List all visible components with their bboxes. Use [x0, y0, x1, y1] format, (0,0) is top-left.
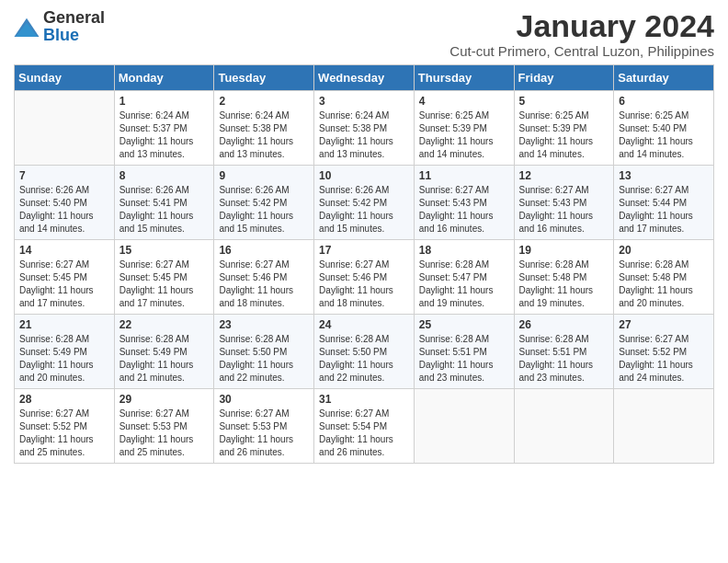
- calendar-cell: 27Sunrise: 6:27 AMSunset: 5:52 PMDayligh…: [614, 315, 714, 389]
- day-number: 12: [519, 169, 609, 182]
- day-number: 21: [19, 318, 109, 331]
- calendar-table: SundayMondayTuesdayWednesdayThursdayFrid…: [14, 64, 714, 464]
- calendar-cell: 10Sunrise: 6:26 AMSunset: 5:42 PMDayligh…: [314, 166, 415, 240]
- calendar-cell: 14Sunrise: 6:27 AMSunset: 5:45 PMDayligh…: [15, 240, 115, 315]
- day-info: Sunrise: 6:27 AMSunset: 5:44 PMDaylight:…: [619, 184, 709, 236]
- day-info: Sunrise: 6:28 AMSunset: 5:47 PMDaylight:…: [419, 259, 509, 310]
- calendar-cell: 5Sunrise: 6:25 AMSunset: 5:39 PMDaylight…: [514, 91, 614, 166]
- day-info: Sunrise: 6:26 AMSunset: 5:40 PMDaylight:…: [19, 184, 109, 236]
- day-number: 29: [119, 393, 210, 406]
- calendar-cell: 7Sunrise: 6:26 AMSunset: 5:40 PMDaylight…: [15, 166, 115, 240]
- calendar-cell: 20Sunrise: 6:28 AMSunset: 5:48 PMDayligh…: [614, 240, 714, 315]
- location-title: Cut-cut Primero, Central Luzon, Philippi…: [449, 43, 714, 59]
- calendar-cell: 15Sunrise: 6:27 AMSunset: 5:45 PMDayligh…: [114, 240, 214, 315]
- calendar-week-row: 7Sunrise: 6:26 AMSunset: 5:40 PMDaylight…: [15, 166, 714, 240]
- calendar-cell: 31Sunrise: 6:27 AMSunset: 5:54 PMDayligh…: [314, 389, 415, 464]
- day-info: Sunrise: 6:28 AMSunset: 5:49 PMDaylight:…: [19, 333, 109, 385]
- calendar-header-cell: Saturday: [614, 65, 714, 91]
- calendar-cell: [514, 389, 614, 464]
- day-info: Sunrise: 6:28 AMSunset: 5:48 PMDaylight:…: [619, 259, 709, 310]
- day-number: 26: [519, 318, 609, 331]
- calendar-cell: 24Sunrise: 6:28 AMSunset: 5:50 PMDayligh…: [314, 315, 415, 389]
- day-info: Sunrise: 6:24 AMSunset: 5:38 PMDaylight:…: [219, 109, 309, 161]
- day-number: 18: [419, 244, 509, 257]
- calendar-cell: 29Sunrise: 6:27 AMSunset: 5:53 PMDayligh…: [114, 389, 214, 464]
- day-info: Sunrise: 6:27 AMSunset: 5:53 PMDaylight:…: [219, 408, 309, 459]
- calendar-cell: 9Sunrise: 6:26 AMSunset: 5:42 PMDaylight…: [214, 166, 314, 240]
- calendar-cell: 16Sunrise: 6:27 AMSunset: 5:46 PMDayligh…: [214, 240, 314, 315]
- day-number: 6: [619, 95, 709, 108]
- day-info: Sunrise: 6:25 AMSunset: 5:39 PMDaylight:…: [519, 109, 609, 161]
- calendar-cell: 8Sunrise: 6:26 AMSunset: 5:41 PMDaylight…: [114, 166, 214, 240]
- day-number: 2: [219, 95, 309, 108]
- day-number: 8: [119, 169, 210, 182]
- calendar-week-row: 14Sunrise: 6:27 AMSunset: 5:45 PMDayligh…: [15, 240, 714, 315]
- calendar-cell: 11Sunrise: 6:27 AMSunset: 5:43 PMDayligh…: [414, 166, 514, 240]
- day-number: 1: [119, 95, 210, 108]
- calendar-header-cell: Wednesday: [314, 65, 415, 91]
- calendar-header-cell: Sunday: [15, 65, 115, 91]
- calendar-cell: 3Sunrise: 6:24 AMSunset: 5:38 PMDaylight…: [314, 91, 415, 166]
- calendar-week-row: 21Sunrise: 6:28 AMSunset: 5:49 PMDayligh…: [15, 315, 714, 389]
- day-info: Sunrise: 6:27 AMSunset: 5:43 PMDaylight:…: [519, 184, 609, 236]
- day-number: 30: [219, 393, 309, 406]
- day-info: Sunrise: 6:28 AMSunset: 5:48 PMDaylight:…: [519, 259, 609, 310]
- day-number: 27: [619, 318, 709, 331]
- calendar-cell: 22Sunrise: 6:28 AMSunset: 5:49 PMDayligh…: [114, 315, 214, 389]
- calendar-cell: 25Sunrise: 6:28 AMSunset: 5:51 PMDayligh…: [414, 315, 514, 389]
- day-info: Sunrise: 6:27 AMSunset: 5:43 PMDaylight:…: [419, 184, 509, 236]
- calendar-cell: 13Sunrise: 6:27 AMSunset: 5:44 PMDayligh…: [614, 166, 714, 240]
- day-info: Sunrise: 6:27 AMSunset: 5:53 PMDaylight:…: [119, 408, 210, 459]
- day-info: Sunrise: 6:27 AMSunset: 5:46 PMDaylight:…: [219, 259, 309, 310]
- day-info: Sunrise: 6:28 AMSunset: 5:51 PMDaylight:…: [419, 333, 509, 385]
- day-info: Sunrise: 6:24 AMSunset: 5:38 PMDaylight:…: [319, 109, 409, 161]
- calendar-cell: 19Sunrise: 6:28 AMSunset: 5:48 PMDayligh…: [514, 240, 614, 315]
- calendar-cell: 6Sunrise: 6:25 AMSunset: 5:40 PMDaylight…: [614, 91, 714, 166]
- calendar-cell: [414, 389, 514, 464]
- day-number: 10: [319, 169, 409, 182]
- calendar-cell: 26Sunrise: 6:28 AMSunset: 5:51 PMDayligh…: [514, 315, 614, 389]
- calendar-cell: 30Sunrise: 6:27 AMSunset: 5:53 PMDayligh…: [214, 389, 314, 464]
- day-number: 15: [119, 244, 210, 257]
- day-info: Sunrise: 6:26 AMSunset: 5:42 PMDaylight:…: [219, 184, 309, 236]
- calendar-header-cell: Friday: [514, 65, 614, 91]
- day-info: Sunrise: 6:28 AMSunset: 5:49 PMDaylight:…: [119, 333, 210, 385]
- day-number: 24: [319, 318, 409, 331]
- calendar-cell: 4Sunrise: 6:25 AMSunset: 5:39 PMDaylight…: [414, 91, 514, 166]
- calendar-header-row: SundayMondayTuesdayWednesdayThursdayFrid…: [15, 65, 714, 91]
- calendar-cell: 2Sunrise: 6:24 AMSunset: 5:38 PMDaylight…: [214, 91, 314, 166]
- calendar-cell: 12Sunrise: 6:27 AMSunset: 5:43 PMDayligh…: [514, 166, 614, 240]
- calendar-cell: 17Sunrise: 6:27 AMSunset: 5:46 PMDayligh…: [314, 240, 415, 315]
- day-number: 7: [19, 169, 109, 182]
- calendar-cell: 21Sunrise: 6:28 AMSunset: 5:49 PMDayligh…: [15, 315, 115, 389]
- day-info: Sunrise: 6:25 AMSunset: 5:40 PMDaylight:…: [619, 109, 709, 161]
- logo-general-text: General: [43, 8, 105, 27]
- header: General Blue January 2024 Cut-cut Primer…: [14, 9, 714, 59]
- month-title: January 2024: [449, 9, 714, 43]
- day-number: 31: [319, 393, 409, 406]
- day-info: Sunrise: 6:27 AMSunset: 5:54 PMDaylight:…: [319, 408, 409, 459]
- day-info: Sunrise: 6:27 AMSunset: 5:52 PMDaylight:…: [619, 333, 709, 385]
- day-number: 17: [319, 244, 409, 257]
- day-number: 9: [219, 169, 309, 182]
- day-info: Sunrise: 6:27 AMSunset: 5:45 PMDaylight:…: [19, 259, 109, 310]
- day-number: 16: [219, 244, 309, 257]
- day-number: 25: [419, 318, 509, 331]
- calendar-header-cell: Thursday: [414, 65, 514, 91]
- calendar-cell: 18Sunrise: 6:28 AMSunset: 5:47 PMDayligh…: [414, 240, 514, 315]
- calendar-cell: 23Sunrise: 6:28 AMSunset: 5:50 PMDayligh…: [214, 315, 314, 389]
- day-number: 11: [419, 169, 509, 182]
- day-number: 13: [619, 169, 709, 182]
- calendar-header-cell: Monday: [114, 65, 214, 91]
- day-info: Sunrise: 6:28 AMSunset: 5:50 PMDaylight:…: [219, 333, 309, 385]
- day-number: 20: [619, 244, 709, 257]
- day-number: 19: [519, 244, 609, 257]
- day-info: Sunrise: 6:24 AMSunset: 5:37 PMDaylight:…: [119, 109, 210, 161]
- day-number: 4: [419, 95, 509, 108]
- day-info: Sunrise: 6:27 AMSunset: 5:52 PMDaylight:…: [19, 408, 109, 459]
- day-info: Sunrise: 6:26 AMSunset: 5:42 PMDaylight:…: [319, 184, 409, 236]
- day-number: 28: [19, 393, 109, 406]
- logo: General Blue: [14, 9, 105, 44]
- day-info: Sunrise: 6:25 AMSunset: 5:39 PMDaylight:…: [419, 109, 509, 161]
- calendar-header-cell: Tuesday: [214, 65, 314, 91]
